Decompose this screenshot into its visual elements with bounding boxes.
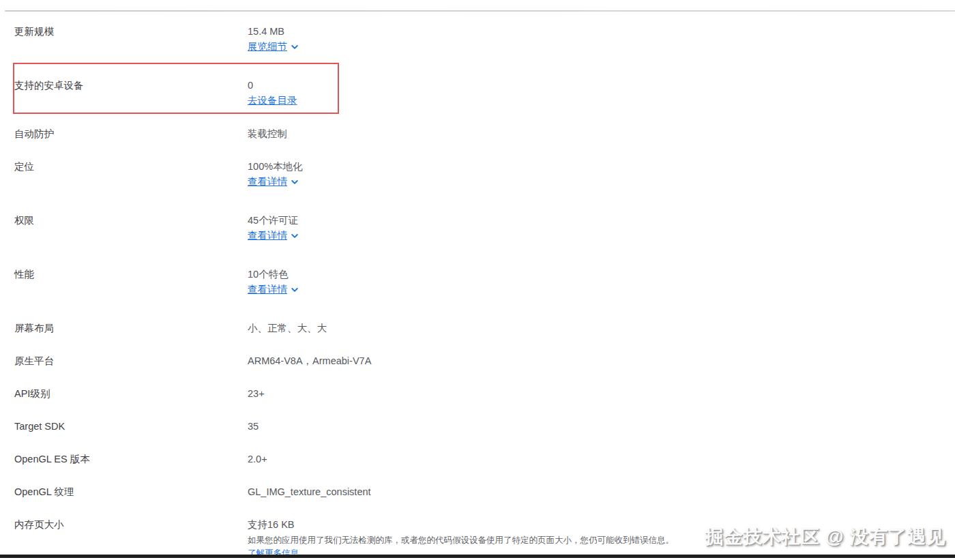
spec-row-target-sdk: Target SDK 35 [14,410,703,443]
spec-row-update-size: 更新规模 15.4 MB 展览细节 [14,15,703,69]
spec-value: ARM64-V8A，Armeabi-V7A [248,354,703,368]
spec-row-api-levels: API级别 23+ [14,377,703,410]
view-details-link[interactable]: 查看详情 [248,282,299,296]
chevron-down-icon [290,231,299,241]
spec-label: Target SDK [14,419,248,433]
spec-row-opengl-textures: OpenGL 纹理 GL_IMG_texture_consistent [14,475,703,508]
spec-row-supported-devices: 支持的安卓设备 0 去设备目录 [14,69,703,117]
spec-row-localization: 定位 100%本地化 查看详情 [14,150,703,204]
spec-value: 15.4 MB [248,25,703,38]
chevron-down-icon [290,285,299,295]
spec-label: 内存页大小 [14,518,248,560]
device-catalog-link[interactable]: 去设备目录 [248,93,297,107]
spec-row-memory-page-size: 内存页大小 支持16 KB 如果您的应用使用了我们无法检测的库，或者您的代码假设… [14,508,703,560]
spec-label: 支持的安卓设备 [14,78,248,107]
spec-row-native-platforms: 原生平台 ARM64-V8A，Armeabi-V7A [14,344,703,377]
chevron-down-icon [290,42,299,52]
spec-label: 定位 [14,160,248,188]
spec-label: 屏幕布局 [14,321,248,335]
spec-label: 自动防护 [14,127,248,141]
spec-value: 0 [248,78,703,92]
watermark: 掘金技术社区 @ 没有了遇见 [705,525,945,549]
spec-row-performance: 性能 10个特色 查看详情 [14,258,703,312]
spec-value: 45个许可证 [248,213,703,227]
spec-label: 原生平台 [14,354,248,368]
spec-row-screen-layouts: 屏幕布局 小、正常、大、大 [14,312,703,344]
spec-label: 更新规模 [14,25,248,53]
spec-value: 小、正常、大、大 [248,321,703,335]
spec-row-permissions: 权限 45个许可证 查看详情 [14,204,703,258]
top-divider [5,10,955,12]
chevron-down-icon [290,177,299,187]
spec-label: OpenGL 纹理 [14,485,248,499]
spec-value: 支持16 KB [248,518,703,531]
view-details-link[interactable]: 查看详情 [248,175,299,188]
spec-row-opengl-es-version: OpenGL ES 版本 2.0+ [14,443,703,475]
bottom-edge-bar [0,555,955,558]
spec-value: 2.0+ [248,452,703,466]
spec-row-auto-protection: 自动防护 装载控制 [14,117,703,150]
spec-value: 35 [248,419,703,433]
spec-label: 权限 [14,213,248,242]
spec-label: OpenGL ES 版本 [14,452,248,466]
spec-value: GL_IMG_texture_consistent [248,485,703,499]
expand-details-link[interactable]: 展览细节 [248,40,299,53]
note-text: 如果您的应用使用了我们无法检测的库，或者您的代码假设设备使用了特定的页面大小，您… [248,535,674,545]
view-details-link[interactable]: 查看详情 [248,229,299,242]
spec-value: 装载控制 [248,127,703,141]
spec-value: 23+ [248,387,703,400]
spec-value: 100%本地化 [248,160,703,173]
spec-value: 10个特色 [248,267,703,281]
spec-label: 性能 [14,267,248,296]
spec-label: API级别 [14,387,248,400]
app-spec-table: 更新规模 15.4 MB 展览细节 支持的安卓设备 0 去设备目录 自动防护 [14,15,703,560]
